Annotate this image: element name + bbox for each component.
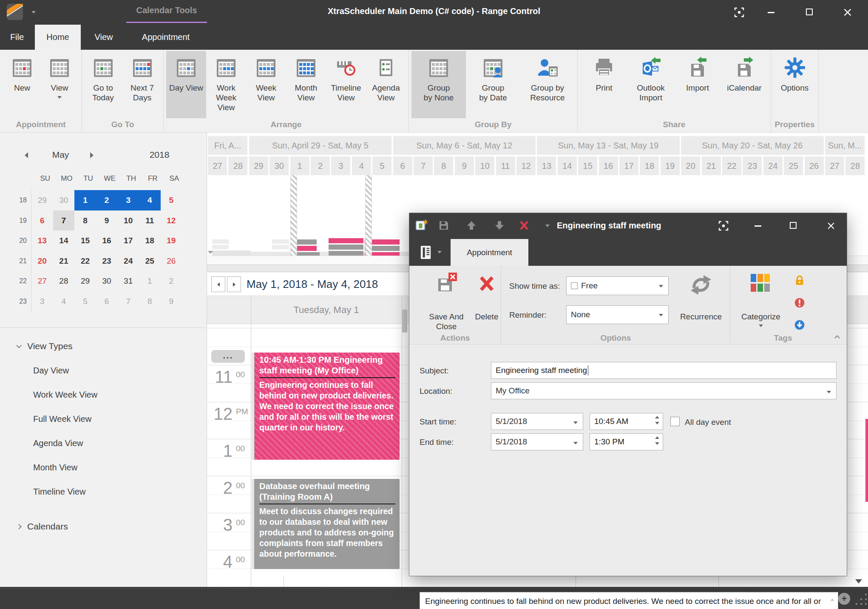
- range-day-cell[interactable]: 26: [805, 157, 824, 175]
- range-scroll-down-icon[interactable]: [208, 251, 213, 254]
- calendar-day-cell[interactable]: 18: [139, 231, 161, 251]
- ribbon-button-outlook-import[interactable]: Outlook Import: [627, 51, 674, 118]
- calendar-day-cell[interactable]: 4: [139, 190, 161, 211]
- ribbon-button-next-7-days[interactable]: Next 7 Days: [123, 51, 162, 118]
- range-day-cell[interactable]: 18: [640, 157, 659, 175]
- scheduler-next-button[interactable]: [227, 276, 241, 292]
- end-time-spinner[interactable]: 1:30 PM: [590, 433, 663, 450]
- reminder-dropdown[interactable]: None: [566, 305, 669, 324]
- calendar-day-cell[interactable]: 20: [31, 251, 53, 271]
- dialog-tab-appointment[interactable]: Appointment: [451, 239, 528, 266]
- ribbon-button-month-view[interactable]: Month View: [286, 51, 326, 118]
- calendar-day-cell[interactable]: 1: [74, 190, 96, 211]
- range-day-cell[interactable]: 10: [475, 157, 494, 175]
- range-day-cell[interactable]: 7: [414, 157, 433, 175]
- calendar-day-cell[interactable]: 15: [74, 231, 96, 251]
- calendar-day-cell[interactable]: 14: [53, 231, 75, 251]
- range-week-header[interactable]: Sun, April 29 - Sat, May 5: [249, 136, 391, 155]
- calendar-day-cell[interactable]: 22: [74, 251, 96, 271]
- zoom-in-button[interactable]: +: [838, 593, 850, 605]
- calendar-day-cell[interactable]: 2: [96, 190, 118, 211]
- range-day-cell[interactable]: 17: [619, 157, 638, 175]
- spin-down-icon[interactable]: [655, 442, 659, 445]
- ribbon-button-options[interactable]: Options: [773, 51, 817, 118]
- range-day-cell[interactable]: 4: [352, 157, 371, 175]
- description-field[interactable]: Engineering continues to fall behind on …: [420, 592, 838, 609]
- dialog-app-menu-icon[interactable]: [419, 245, 434, 262]
- start-time-spinner[interactable]: 10:45 AM: [590, 413, 663, 430]
- minimize-button[interactable]: [768, 12, 774, 13]
- range-day-cell[interactable]: 16: [599, 157, 618, 175]
- ribbon-button-icalendar[interactable]: iCalendar: [721, 51, 768, 118]
- range-week-header[interactable]: Sun, May 6 - Sat, May 12: [393, 136, 536, 155]
- tab-file[interactable]: File: [4, 25, 30, 50]
- range-day-cell[interactable]: 30: [269, 157, 289, 175]
- range-day-cell[interactable]: 22: [722, 157, 741, 175]
- spin-down-icon[interactable]: [655, 422, 659, 424]
- calendar-day-cell[interactable]: 12: [161, 211, 182, 231]
- ribbon-button-group-by-resource[interactable]: Group by Resource: [520, 51, 575, 118]
- calendar-day-cell[interactable]: 19: [161, 231, 182, 251]
- ribbon-button-work-week-view[interactable]: Work Week View: [206, 51, 246, 118]
- dialog-focus-icon[interactable]: [718, 220, 729, 233]
- date-navigator-year[interactable]: 2018: [142, 150, 176, 160]
- range-day-cell[interactable]: 28: [845, 157, 865, 175]
- range-day-cell[interactable]: 14: [558, 157, 577, 175]
- range-day-cell[interactable]: 23: [743, 157, 762, 175]
- save-and-close-icon[interactable]: [435, 272, 458, 295]
- range-day-cell[interactable]: 24: [763, 157, 783, 175]
- spin-up-icon[interactable]: [655, 436, 659, 439]
- calendar-day-cell[interactable]: 9: [161, 291, 182, 312]
- calendar-day-cell[interactable]: 6: [96, 291, 118, 312]
- ribbon-button-day-view[interactable]: Day View: [166, 51, 206, 118]
- range-day-cell[interactable]: 29: [249, 157, 268, 175]
- new-appointment-icon[interactable]: [415, 219, 428, 233]
- start-date-picker[interactable]: 5/1/2018: [491, 413, 583, 430]
- range-week-header[interactable]: Sun, May 20 - Sat, May 26: [681, 136, 823, 155]
- low-importance-icon[interactable]: [794, 319, 806, 331]
- calendar-day-cell[interactable]: 21: [53, 251, 75, 271]
- calendar-day-cell[interactable]: 1: [139, 271, 161, 291]
- date-navigator-month[interactable]: May: [40, 150, 81, 160]
- next-appointment-icon[interactable]: [855, 578, 862, 585]
- ribbon-button-agenda-view[interactable]: Agenda View: [366, 51, 406, 118]
- calendar-day-cell[interactable]: 30: [96, 271, 118, 291]
- view-types-header[interactable]: View Types: [27, 341, 73, 351]
- calendar-day-cell[interactable]: 23: [96, 251, 118, 271]
- focus-mode-icon[interactable]: [734, 7, 745, 20]
- move-up-icon[interactable]: [466, 220, 477, 233]
- ribbon-button-view[interactable]: View: [41, 51, 78, 118]
- calendar-day-cell[interactable]: 29: [31, 190, 53, 211]
- scroll-up-icon[interactable]: [830, 598, 834, 601]
- calendars-header[interactable]: Calendars: [27, 521, 68, 532]
- calendar-day-cell[interactable]: 25: [139, 251, 161, 271]
- range-day-cell[interactable]: 6: [393, 157, 412, 175]
- range-day-cell[interactable]: 9: [455, 157, 474, 175]
- range-day-cell[interactable]: 8: [434, 157, 453, 175]
- calendar-day-cell[interactable]: 7: [53, 211, 75, 231]
- maximize-button[interactable]: [806, 9, 813, 15]
- calendar-day-cell[interactable]: 28: [53, 271, 75, 291]
- range-day-cell[interactable]: 5: [372, 157, 391, 175]
- sidebar-item-day-view[interactable]: Day View: [33, 366, 161, 383]
- calendar-day-cell[interactable]: 2: [161, 271, 182, 291]
- range-day-cell[interactable]: 25: [784, 157, 803, 175]
- calendar-day-cell[interactable]: 6: [31, 211, 53, 231]
- calendar-day-cell[interactable]: 31: [117, 271, 139, 291]
- calendar-day-cell[interactable]: 17: [117, 231, 139, 251]
- recurrence-icon[interactable]: [689, 273, 712, 296]
- sidebar-item-work-week-view[interactable]: Work Week View: [33, 390, 161, 407]
- range-day-cell[interactable]: 2: [311, 157, 330, 175]
- calendar-day-cell[interactable]: 8: [74, 211, 96, 231]
- calendar-day-cell[interactable]: 8: [139, 291, 161, 312]
- appointment-engineering-staff-meeting[interactable]: 10:45 AM-1:30 PM Engineering staff meeti…: [252, 353, 400, 460]
- delete-quick-icon[interactable]: [519, 220, 530, 233]
- spin-up-icon[interactable]: [655, 416, 659, 418]
- calendar-day-cell[interactable]: 30: [53, 190, 75, 211]
- save-and-close-button[interactable]: Save And Close: [420, 312, 472, 331]
- ribbon-button-group-by-none[interactable]: Group by None: [411, 51, 466, 118]
- ribbon-button-new[interactable]: New: [3, 51, 41, 118]
- appointment-database-overhaul-meeting[interactable]: Database overhaul meeting (Training Room…: [252, 479, 400, 569]
- range-week-header[interactable]: Sun, M...: [825, 136, 865, 155]
- ribbon-button-import[interactable]: Import: [674, 51, 721, 118]
